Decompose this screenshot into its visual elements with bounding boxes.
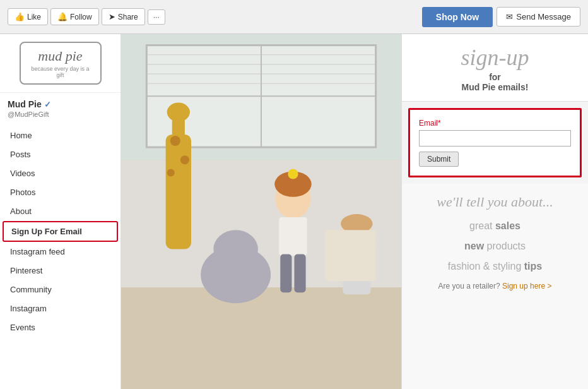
logo-tagline: because every day is a gift — [30, 66, 91, 78]
svg-point-20 — [167, 169, 175, 176]
sidebar-logo: mud pie because every day is a gift — [0, 34, 121, 93]
signup-title: sign-up — [412, 45, 578, 71]
share-icon: ➤ — [109, 12, 115, 21]
nav-item-videos[interactable]: Videos — [3, 164, 118, 183]
shop-now-button[interactable]: Shop Now — [422, 7, 493, 27]
nav-item-signup-email[interactable]: Sign Up For Email — [3, 221, 118, 242]
right-panel: sign-up for Mud Pie emails! Email* Submi… — [401, 34, 588, 389]
signup-header: sign-up for Mud Pie emails! — [402, 34, 588, 102]
message-icon: ✉ — [506, 12, 513, 21]
top-bar: 👍 Like 🔔 Follow ➤ Share ··· Shop Now ✉ S… — [0, 0, 588, 34]
nav-item-home[interactable]: Home — [3, 126, 118, 145]
photo-illustration — [121, 34, 401, 389]
svg-rect-37 — [325, 230, 376, 249]
retailer-link: Are you a retailer? Sign up here > — [412, 282, 578, 290]
main-layout: mud pie because every day is a gift Mud … — [0, 34, 588, 389]
more-button[interactable]: ··· — [148, 9, 165, 25]
page-name: Mud Pie ✓ — [8, 99, 113, 109]
signup-subtitle: for Mud Pie emails! — [412, 72, 578, 92]
follow-button[interactable]: 🔔 Follow — [50, 8, 99, 25]
svg-rect-28 — [294, 254, 305, 293]
shop-now-label: Shop Now — [436, 12, 479, 22]
svg-rect-26 — [279, 217, 307, 256]
email-form-section: Email* Submit — [408, 108, 582, 177]
for-text: for — [489, 72, 501, 82]
nav-items: Home Posts Videos Photos About Sign Up F… — [0, 126, 121, 337]
page-handle: @MudPieGift — [8, 111, 113, 118]
main-photo — [121, 34, 401, 389]
svg-point-18 — [170, 136, 180, 146]
photo-bg — [121, 34, 401, 389]
nav-item-instagram[interactable]: Instagram — [3, 299, 118, 318]
brand-emails: Mud Pie emails! — [462, 82, 529, 92]
svg-point-19 — [180, 155, 189, 164]
promo-item-tips: fashion & styling tips — [412, 260, 578, 273]
nav-item-about[interactable]: About — [3, 202, 118, 220]
nav-item-posts[interactable]: Posts — [3, 145, 118, 164]
send-message-label: Send Message — [516, 12, 571, 21]
promo-item-sales: great sales — [412, 219, 578, 233]
like-label: Like — [27, 13, 41, 21]
svg-rect-13 — [121, 287, 401, 389]
submit-button[interactable]: Submit — [419, 152, 459, 167]
like-icon: 👍 — [15, 12, 25, 21]
content-area: sign-up for Mud Pie emails! Email* Submi… — [121, 34, 588, 389]
nav-item-photos[interactable]: Photos — [3, 183, 118, 201]
sidebar: mud pie because every day is a gift Mud … — [0, 34, 121, 389]
nav-item-events[interactable]: Events — [3, 318, 118, 337]
logo-box: mud pie because every day is a gift — [20, 42, 102, 85]
nav-item-pinterest[interactable]: Pinterest — [3, 261, 118, 280]
follow-icon: 🔔 — [57, 12, 68, 21]
promo-item-products: new products — [412, 239, 578, 253]
share-button[interactable]: ➤ Share — [102, 8, 145, 25]
nav-item-community[interactable]: Community — [3, 280, 118, 299]
top-bar-actions: 👍 Like 🔔 Follow ➤ Share ··· — [8, 8, 418, 25]
email-input[interactable] — [419, 130, 571, 147]
share-label: Share — [118, 13, 138, 21]
email-label: Email* — [419, 119, 571, 128]
verified-icon: ✓ — [44, 100, 51, 109]
nav-item-instagram-feed[interactable]: Instagram feed — [3, 242, 118, 261]
more-label: ··· — [153, 13, 160, 21]
logo-brand: mud pie — [38, 48, 82, 64]
send-message-button[interactable]: ✉ Send Message — [497, 7, 580, 27]
svg-point-17 — [167, 102, 190, 121]
follow-label: Follow — [70, 13, 92, 21]
page-info: Mud Pie ✓ @MudPieGift — [0, 93, 121, 122]
promo-intro: we'll tell you about... — [412, 194, 578, 210]
svg-rect-27 — [280, 254, 291, 293]
submit-label: Submit — [427, 155, 450, 164]
retailer-signup-link[interactable]: Sign up here > — [502, 282, 551, 290]
svg-point-25 — [288, 169, 298, 179]
promo-section: we'll tell you about... great sales new … — [402, 184, 588, 389]
like-button[interactable]: 👍 Like — [8, 8, 48, 25]
